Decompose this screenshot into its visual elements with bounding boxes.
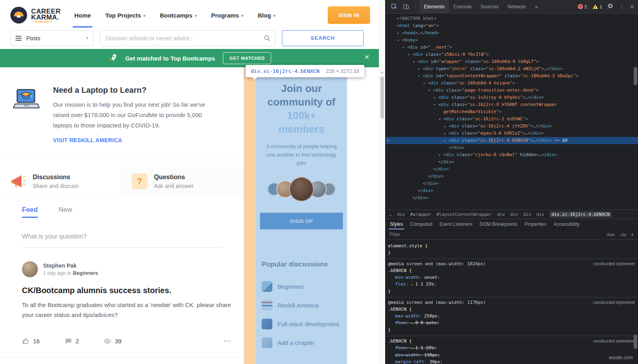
views-action[interactable]: 39 [104,337,122,345]
devtools-tree-line[interactable]: ▾<div class="sc-16j2rc-1 ezEhWC"> [386,115,638,123]
devtools-tree-line[interactable]: ▸<div type="intro" class="sc-180ub6d-2 e… [386,65,638,72]
devtools-tab-elements[interactable]: Elements [419,0,449,14]
scrollbar-thumb[interactable] [380,76,384,119]
devtools-tree-line[interactable]: ▾<div id="wrapper" class="sc-180ub6d-0 l… [386,58,638,65]
like-action[interactable]: 16 [22,337,40,345]
breadcrumb-item[interactable]: div [397,212,405,217]
css-property[interactable]: flex: ▸ 1 1 25%; [386,281,638,288]
styles-pane-tab-accessibility[interactable]: Accessibility [550,219,583,229]
devtools-tree-line[interactable]: ▾<body> [386,37,638,44]
devtools-tree-line[interactable]: ▾<div class="z58oii-0 fbcIlB"> [386,51,638,58]
css-property[interactable]: min-width: unset; [386,274,638,281]
devtools-tree-line[interactable]: </div> [386,173,638,180]
breadcrumb-item[interactable]: #wrapper [410,212,431,217]
styles-scrollbar-thumb[interactable] [634,335,637,349]
devtools-tree-line[interactable]: </div> [386,144,638,151]
nav-item-bootcamps[interactable]: Bootcamps▾ [160,0,197,30]
devtools-tree-line[interactable]: ▾<div class="sc-180ub6d-4 hzjqne"> [386,80,638,87]
popular-discussion-reskill-america[interactable]: Reskill America [256,296,347,315]
devtools-tree-line[interactable]: ▸<div class="egaor3-0 hUDIyZ">…</div> [386,130,638,137]
devtools-tree-line[interactable]: ▾<div id="layoutContentWrapper" class="s… [386,72,638,80]
breadcrumb-item[interactable]: div [523,212,531,217]
devtools-tree-line[interactable]: </div> [386,194,638,202]
devtools-tree-line[interactable]: ▸<div class="sc-16j2rc-4 jthZDO">…</div> [386,123,638,130]
search-input[interactable] [100,30,276,46]
devtools-tree-line[interactable]: ▾<div id="__next"> [386,44,638,51]
post-more-icon[interactable]: ⋯ [224,337,232,345]
post-group[interactable]: Beginners [73,270,98,276]
post-title[interactable]: CK/Bootcamp alumnis success stories. [22,286,232,295]
devtools-tab-console[interactable]: Console [449,0,476,14]
devtools-tree-line[interactable]: ▸<div class="rjxrbu-0 cQxBwl" hidden>…</… [386,151,638,159]
avatar[interactable] [22,261,38,277]
css-property[interactable]: flex: ▸ 0 0 auto; [386,319,638,327]
popular-discussion-full-stack-development[interactable]: Full-stack development [256,315,347,333]
breadcrumb-item[interactable]: … [389,212,392,217]
breadcrumb-item[interactable]: div [510,212,518,217]
tab-questions[interactable]: ? Questions Ask and answer [122,167,244,196]
devtools-tree-line[interactable]: ▸<div class="sc-1v3iryy-0 bYgVei">…</div… [386,94,638,101]
posts-dropdown[interactable]: Posts ▾ [10,30,93,46]
devtools-tree-line[interactable]: </div> [386,180,638,187]
new-style-rule-icon[interactable]: + [631,231,634,238]
scrollbar-up-icon[interactable]: ▲ [381,71,384,74]
styles-pane-tab-event-listeners[interactable]: Event Listeners [436,219,476,229]
devtools-tab-network[interactable]: Network [503,0,530,14]
devtools-tree-line[interactable]: </div> [386,187,638,194]
toggle-hover-state-button[interactable]: :hov [606,232,615,237]
ask-question-input[interactable] [22,230,221,248]
stylesheet-origin-link[interactable]: constructed stylesheet [593,260,635,267]
tab-discussions[interactable]: Discussions Share and discuss [0,167,122,196]
devtools-tree-line[interactable]: ▾<div class="sc-16j2rc-0 kYGKKF contentW… [386,101,638,108]
devtools-tree-line[interactable]: ▸<head>…</head> [386,29,638,37]
devtools-tree-line[interactable]: <html lang="en"> [386,22,638,29]
styles-pane-tab-dom-breakpoints[interactable]: DOM Breakpoints [476,219,521,229]
styles-pane-tab-computed[interactable]: Computed [407,219,436,229]
settings-gear-icon[interactable] [608,3,613,10]
stylesheet-origin-link[interactable]: constructed stylesheet [593,299,635,306]
popular-discussion-add-a-chapter[interactable]: Add a chapter [256,333,347,352]
breadcrumb-item[interactable]: #layoutContentWrapper [436,212,492,217]
get-matched-button[interactable]: GET MATCHED [223,52,271,64]
post-author[interactable]: Stephen Pak [43,262,98,269]
popular-discussion-beginners[interactable]: Beginners [256,277,347,296]
styles-pane-tab-styles[interactable]: Styles [386,219,407,229]
career-karma-logo[interactable]: CAREER KARMA. [10,7,61,23]
devtools-close-icon[interactable]: × [630,3,634,11]
devtools-tree-line[interactable]: getMatchedBarVisible"> [386,108,638,115]
subtab-new[interactable]: New [59,206,72,218]
subtab-feed[interactable]: Feed [22,206,38,218]
devtools-tree-line[interactable]: </div> [386,166,638,173]
inspect-element-icon[interactable] [389,2,399,12]
nav-item-blog[interactable]: Blog▾ [258,0,275,30]
devtools-tree-line[interactable]: <!DOCTYPE html> [386,15,638,22]
stylesheet-origin-link[interactable]: constructed stylesheet [593,338,635,344]
kebab-menu-icon[interactable]: ⋮ [619,4,624,10]
nav-item-home[interactable]: Home [74,0,91,30]
devtools-selected-node[interactable]: ⋯▸<div class="sc-16j2rc-4 bENXCN">…</div… [386,137,638,144]
nav-item-programs[interactable]: Programs▾ [211,0,243,30]
page-scrollbar[interactable]: ▲ [379,0,385,364]
devtools-tab-sources[interactable]: Sources [476,0,503,14]
error-badge[interactable]: × 2 [578,4,587,9]
breadcrumb-item[interactable]: div [497,212,505,217]
devtools-tree-line[interactable]: </div> [386,159,638,166]
css-property[interactable]: min-width: 190px; [386,352,638,358]
sign-up-button[interactable]: SIGN UP [260,213,343,229]
devtools-tree-line[interactable]: ▾<div class="page-transition-enter-done"… [386,87,638,94]
styles-pane-tab-properties[interactable]: Properties [521,219,550,229]
sign-in-button[interactable]: SIGN IN [328,6,370,24]
breadcrumb-item[interactable]: div.sc-16j2rc-4.bENXCN [549,211,612,217]
styles-filter-input[interactable] [390,232,602,237]
search-button[interactable]: SEARCH [282,30,364,46]
breadcrumb-item[interactable]: div [536,212,544,217]
toggle-class-button[interactable]: .cls [619,232,626,237]
nav-item-top-projects[interactable]: Top Projects▾ [105,0,146,30]
css-property[interactable]: max-width: 250px; [386,313,638,319]
comment-action[interactable]: 2 [65,337,79,345]
css-property[interactable]: margin-left: 30px; [386,358,638,364]
device-toolbar-icon[interactable] [401,2,411,12]
css-property[interactable]: flex: ▸ 1 1 25%; [386,344,638,352]
warning-badge[interactable]: 1 [593,4,602,9]
more-tabs-icon[interactable]: » [532,4,541,10]
